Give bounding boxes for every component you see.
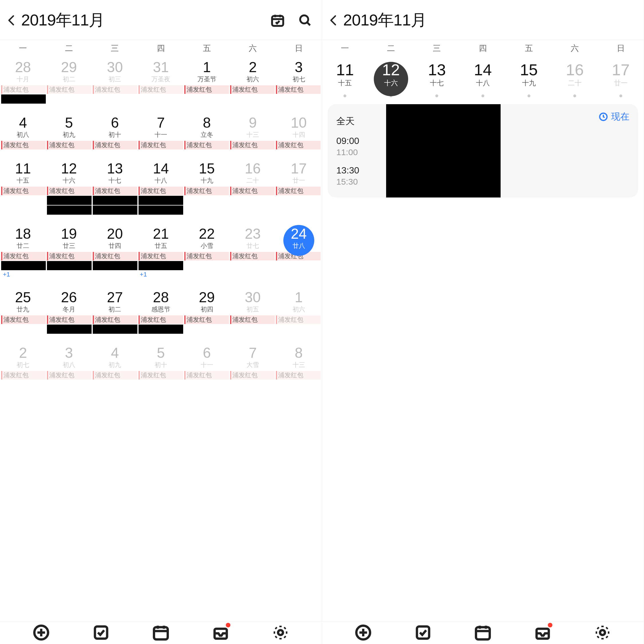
event-chip[interactable]: 浦发红包 <box>47 85 92 94</box>
event-chip[interactable]: 浦发红包 <box>1 371 46 380</box>
event-chip[interactable]: 浦发红包 <box>47 315 92 324</box>
week-day[interactable]: 13十七 <box>414 62 460 88</box>
day-cell[interactable]: 4初八 <box>0 112 46 139</box>
event-chip[interactable]: 浦发红包 <box>93 187 137 195</box>
event-chip[interactable]: 浦发红包 <box>93 85 137 94</box>
more-events-indicator[interactable]: +1 <box>138 271 183 278</box>
day-cell[interactable]: 17廿一 <box>276 158 322 185</box>
event-chip[interactable]: 浦发红包 <box>1 141 46 149</box>
day-cell[interactable]: 7十一 <box>138 112 184 139</box>
back-icon[interactable] <box>327 14 340 27</box>
event-chip[interactable]: 浦发红包 <box>47 252 92 260</box>
add-icon[interactable] <box>354 623 372 642</box>
week-day[interactable]: 11十五 <box>322 62 368 88</box>
event-chip[interactable]: 浦发红包 <box>276 187 321 195</box>
day-cell[interactable]: 3初八 <box>46 342 92 369</box>
event-chip[interactable]: 浦发红包 <box>230 187 275 195</box>
event-chip[interactable]: 浦发红包 <box>1 187 46 195</box>
event-chip[interactable]: 浦发红包 <box>1 252 46 260</box>
day-cell[interactable]: 22小雪 <box>184 223 230 250</box>
event-chip[interactable]: 浦发红包 <box>139 141 183 149</box>
day-cell[interactable]: 12十六 <box>46 158 92 185</box>
checklist-icon[interactable] <box>414 623 432 642</box>
week-day[interactable]: 17廿一 <box>598 62 644 88</box>
event-chip[interactable]: 浦发红包 <box>276 371 321 380</box>
day-cell[interactable]: 27初二 <box>92 287 138 314</box>
day-cell[interactable]: 6初十 <box>92 112 138 139</box>
event-chip[interactable]: 浦发红包 <box>139 371 183 380</box>
event-chip[interactable]: 浦发红包 <box>276 141 321 149</box>
day-cell[interactable]: 28感恩节 <box>138 287 184 314</box>
event-chip[interactable]: 浦发红包 <box>93 252 137 260</box>
day-cell[interactable]: 11十五 <box>0 158 46 185</box>
day-cell[interactable]: 4初九 <box>92 342 138 369</box>
day-cell[interactable]: 29初二 <box>46 57 92 84</box>
day-cell[interactable]: 26冬月 <box>46 287 92 314</box>
event-chip[interactable]: 浦发红包 <box>184 371 229 380</box>
event-chip[interactable]: 浦发红包 <box>139 315 183 324</box>
day-cell[interactable]: 23廿七 <box>230 223 276 250</box>
day-cell[interactable]: 19廿三 <box>46 223 92 250</box>
back-icon[interactable] <box>5 14 18 27</box>
day-cell[interactable]: 21廿五 <box>138 223 184 250</box>
event-chip[interactable]: 浦发红包 <box>184 85 229 94</box>
calendar-icon[interactable] <box>152 623 170 642</box>
day-cell[interactable]: 2初六 <box>230 57 276 84</box>
checklist-icon[interactable] <box>92 623 110 642</box>
now-button[interactable]: 现在 <box>598 110 629 123</box>
day-cell[interactable]: 29初四 <box>184 287 230 314</box>
day-cell[interactable]: 13十七 <box>92 158 138 185</box>
event-chip[interactable]: 浦发红包 <box>276 315 321 324</box>
month-grid[interactable]: 28十月29初二30初三31万圣夜1万圣节2初六3初七浦发红包浦发红包浦发红包浦… <box>0 56 322 644</box>
settings-icon[interactable] <box>271 623 290 642</box>
day-cell[interactable]: 16二十 <box>230 158 276 185</box>
event-chip[interactable]: 浦发红包 <box>230 371 275 380</box>
event-chip[interactable]: 浦发红包 <box>93 141 137 149</box>
event-chip[interactable]: 浦发红包 <box>1 85 46 94</box>
event-chip[interactable]: 浦发红包 <box>230 252 275 260</box>
event-chip[interactable]: 浦发红包 <box>184 252 229 260</box>
event-chip[interactable]: 浦发红包 <box>139 85 183 94</box>
week-day[interactable]: 14十八 <box>460 62 506 88</box>
day-cell[interactable]: 5初十 <box>138 342 184 369</box>
today-icon[interactable] <box>269 12 286 29</box>
more-events-indicator[interactable]: +1 <box>1 271 47 278</box>
day-cell[interactable]: 1万圣节 <box>184 57 230 84</box>
day-cell[interactable]: 7大雪 <box>230 342 276 369</box>
day-cell[interactable]: 9十三 <box>230 112 276 139</box>
day-cell[interactable]: 8立冬 <box>184 112 230 139</box>
event-chip[interactable]: 浦发红包 <box>47 371 92 380</box>
week-day[interactable]: 16二十 <box>552 62 598 88</box>
event-chip[interactable]: 浦发红包 <box>93 371 137 380</box>
add-icon[interactable] <box>32 623 50 642</box>
day-cell[interactable]: 15十九 <box>184 158 230 185</box>
event-chip[interactable]: 浦发红包 <box>184 187 229 195</box>
inbox-icon[interactable] <box>212 623 230 642</box>
page-title[interactable]: 2019年11月 <box>21 9 269 31</box>
event-chip[interactable]: 浦发红包 <box>47 141 92 149</box>
event-chip[interactable]: 浦发红包 <box>276 85 321 94</box>
day-cell[interactable]: 28十月 <box>0 57 46 84</box>
day-cell[interactable]: 30初五 <box>230 287 276 314</box>
day-cell[interactable]: 18廿二 <box>0 223 46 250</box>
day-cell[interactable]: 20廿四 <box>92 223 138 250</box>
search-icon[interactable] <box>297 12 314 29</box>
day-cell[interactable]: 2初七 <box>0 342 46 369</box>
day-cell[interactable]: 6十一 <box>184 342 230 369</box>
week-day[interactable]: 15十九 <box>506 62 552 88</box>
day-cell[interactable]: 31万圣夜 <box>138 57 184 84</box>
day-cell[interactable]: 30初三 <box>92 57 138 84</box>
day-cell[interactable]: 14十八 <box>138 158 184 185</box>
day-cell[interactable]: 25廿九 <box>0 287 46 314</box>
event-chip[interactable]: 浦发红包 <box>139 252 183 260</box>
event-chip[interactable]: 浦发红包 <box>184 315 229 324</box>
event-chip[interactable]: 浦发红包 <box>1 315 46 324</box>
week-strip[interactable]: 11十五12十六13十七14十八15十九16二十17廿一 <box>322 56 644 90</box>
event-chip[interactable]: 浦发红包 <box>184 141 229 149</box>
event-chip[interactable]: 浦发红包 <box>230 315 275 324</box>
day-cell[interactable]: 5初九 <box>46 112 92 139</box>
event-chip[interactable]: 浦发红包 <box>47 187 92 195</box>
event-chip[interactable]: 浦发红包 <box>139 187 183 195</box>
day-cell[interactable]: 1初六 <box>276 287 322 314</box>
day-cell[interactable]: 3初七 <box>276 57 322 84</box>
